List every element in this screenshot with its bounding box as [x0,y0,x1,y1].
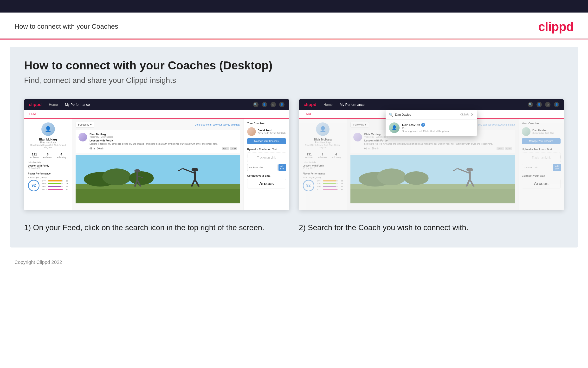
arccos-logo-right: Arccos [522,179,561,188]
stats-row-right: 131 Activities 3 Followers 4 Following [303,153,343,159]
search-input-value[interactable]: Dan Davies [395,113,458,116]
search-result[interactable]: 👤 Dan Davies ✓ Pro Sunningdale Golf Club… [386,120,477,136]
golf-bg-right [351,155,515,203]
control-link[interactable]: Control who can see your activity and da… [195,123,240,126]
golf-scene-svg-right [351,155,515,203]
coach-avatar [247,127,256,136]
trackman-input[interactable] [247,164,278,171]
manage-coaches-button[interactable]: Manage Your Coaches [247,138,286,144]
bar-putt: PUTT 96 [42,188,68,191]
activities-count-right: 131 [305,153,314,156]
user-avatar-icon[interactable]: 👤 [279,102,284,107]
lesson-avatar-right [353,133,362,141]
connect-data-title: Connect your data [247,174,286,177]
feed-tab[interactable]: Feed [24,110,289,119]
nav-icons: 🔍 👤 ⚙ 👤 [253,102,284,107]
coaches-title-right: Your Coaches [522,122,561,125]
main-subheading: Find, connect and share your Clippd insi… [24,76,564,85]
avatar: 👤 [41,122,55,136]
svg-point-22 [404,171,429,185]
page-title: How to connect with your Coaches [14,23,118,30]
duration-row: 01 hr : 30 min OTT APP [89,147,237,150]
settings-icon[interactable]: ⚙ [271,102,276,107]
result-name: Dan Davies ✓ [402,123,449,127]
user-avatar-icon-right[interactable]: 👤 [554,102,559,107]
result-sub: Pro [402,127,449,130]
connect-title-right: Connect your data [522,174,561,177]
profile-section: 👤 Blair McHarg Plus Handicap Royal North… [28,122,68,149]
feed-tab-label-right: Feed [304,112,311,116]
nav-icons-right: 🔍 👤 ⚙ 👤 [528,102,559,107]
bar-arg-value: 86 [64,185,68,188]
duration-row-right: 01 hr : 30 min OTT APP [364,147,512,150]
coach-item-right: Dan Davies Sunningdale Golf Club [522,127,561,136]
player-performance: Player Performance Total Player Quality … [28,172,68,191]
profile-location: Royal North Devon Golf Club, United King… [28,144,68,149]
trackman-box: Trackman Link [247,153,286,162]
badge-row: OTT APP [222,147,237,150]
trackman-input-right[interactable] [522,164,552,171]
activity-date: 03 Aug 2022 [28,167,68,169]
result-avatar: 👤 [389,122,400,133]
bar-ott-value: 90 [64,180,68,182]
search-icon[interactable]: 🔍 [253,102,258,107]
add-link-button[interactable]: Add Link [279,164,286,171]
mock-navbar-right: clippd Home My Performance 🔍 👤 ⚙ 👤 [299,99,564,110]
profile-handicap-right: Plus Handicap [303,141,343,144]
bar-arg-fill [48,186,61,187]
activities-label-right: Activities [305,156,314,159]
instructions-row: 1) On your Feed, click on the search ico… [24,222,564,233]
instruction-text-1: 1) On your Feed, click on the search ico… [24,222,289,233]
mock-navbar: clippd Home My Performance 🔍 👤 ⚙ 👤 [24,99,289,110]
stat-following: 4 Following [57,153,66,159]
profile-icon[interactable]: 👤 [262,102,267,107]
close-button[interactable]: ✕ [471,112,474,117]
profile-name: Blair McHarg [28,138,68,141]
lesson-info: Blair McHarg Yesterday · Sunningdale Les… [89,133,237,150]
following-button[interactable]: Following ▾ [76,122,94,128]
golf-scene-svg [76,155,240,203]
bar-app-track [48,183,63,184]
activities-count: 131 [30,153,39,156]
lesson-title: Lesson with Fordy [89,139,237,142]
player-perf-title-right: Player Performance [303,172,343,175]
bar-putt-label: PUTT [42,188,47,191]
screenshot-right: clippd Home My Performance 🔍 👤 ⚙ 👤 🔍 Dan… [299,99,564,210]
profile-icon-right[interactable]: 👤 [536,102,542,107]
svg-point-6 [192,168,198,172]
feed-tab-label: Feed [29,112,36,116]
player-perf-title: Player Performance [28,172,68,175]
search-icon-right[interactable]: 🔍 [528,102,533,107]
coach-item: David Ford Royal North Devon Golf Club [247,127,286,136]
coach-info-right: Dan Davies Sunningdale Golf Club [532,129,561,134]
coach-info: David Ford Royal North Devon Golf Club [258,129,286,134]
arccos-logo: Arccos [247,179,286,188]
mock-body: 👤 Blair McHarg Plus Handicap Royal North… [24,119,289,210]
activity-date-right: 03 Aug 2022 [303,167,343,169]
add-link-btn-right[interactable]: Add Link [553,164,561,171]
result-location: Sunningdale Golf Club, United Kingdom [402,130,449,133]
settings-icon-right[interactable]: ⚙ [545,102,551,107]
bar-app-label: APP [42,183,47,185]
player-performance-right: Player Performance Total Player Quality … [303,172,343,191]
following-label-right: Following [331,156,341,159]
bar-app: APP 85 [42,183,68,185]
nav-my-performance-right: My Performance [340,103,365,107]
svg-point-23 [466,168,473,172]
result-name-text: Dan Davies [402,123,420,127]
upload-title: Upload a Trackman Test [247,148,286,151]
following-label: Following ▾ [78,123,92,126]
badge-app: APP [230,147,237,150]
trackman-placeholder: Trackman Link [257,156,276,159]
perf-circle-right: 92 OTT 90 APP [303,180,343,191]
clear-button[interactable]: CLEAR [460,113,469,116]
perf-score-right: 92 [303,180,314,191]
bar-putt-track [48,189,63,190]
svg-point-12 [134,169,140,173]
manage-coaches-button-right[interactable]: Manage Your Coaches [522,138,561,144]
followers-label-right: Followers [318,156,327,159]
bar-ott-label: OTT [42,180,47,182]
following-row: Following ▾ Control who can see your act… [76,122,240,128]
followers-count-right: 3 [318,153,327,156]
stat-followers: 3 Followers [43,153,53,159]
